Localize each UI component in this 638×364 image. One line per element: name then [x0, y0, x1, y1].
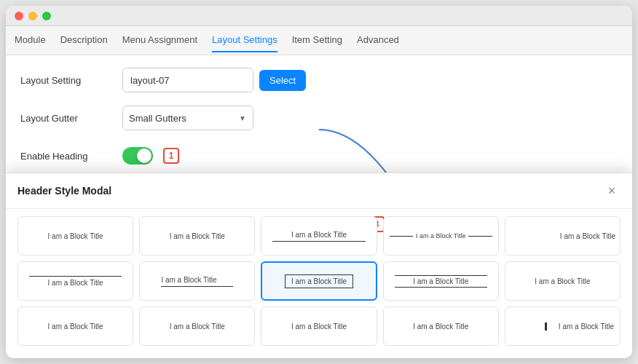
tab-item-setting[interactable]: Item Setting: [292, 28, 342, 52]
style-card-1-4[interactable]: I am a Block Title: [383, 216, 499, 256]
style-card-title: I am a Block Title: [395, 275, 487, 288]
tab-advanced[interactable]: Advanced: [357, 28, 399, 52]
modal-body: 3 I am a Block Title I am a Block Title …: [6, 209, 632, 358]
layout-setting-label: Layout Setting: [20, 75, 122, 86]
style-card-title: I am a Block Title: [285, 274, 353, 288]
layout-gutter-dropdown-wrapper: Small Gutters Medium Gutters Large Gutte…: [122, 106, 253, 130]
style-row-3: I am a Block Title I am a Block Title I …: [17, 306, 621, 346]
style-row-1: I am a Block Title I am a Block Title I …: [17, 216, 621, 256]
enable-heading-label: Enable Heading: [20, 151, 122, 162]
style-card-2-3[interactable]: I am a Block Title: [261, 261, 377, 301]
style-card-title: I am a Block Title: [535, 277, 590, 285]
line-right: [468, 236, 492, 237]
style-card-title: I am a Block Title: [272, 231, 365, 242]
style-row-2: I am a Block Title I am a Block Title I …: [17, 261, 621, 301]
style-card-title: I am a Block Title: [170, 232, 225, 240]
style-card-title: I am a Block Title: [413, 323, 468, 331]
minimize-dot[interactable]: [28, 12, 37, 20]
style-card-1-2[interactable]: I am a Block Title: [139, 216, 255, 256]
style-card-title: I am a Block Title: [291, 323, 347, 331]
layout-setting-row: Layout Setting Select: [20, 67, 618, 93]
tab-bar: Module Description Menu Assignment Layou…: [6, 26, 632, 55]
style-card-1-1[interactable]: I am a Block Title: [17, 216, 133, 256]
style-card-3-2[interactable]: I am a Block Title: [139, 306, 255, 346]
layout-gutter-row: Layout Gutter Small Gutters Medium Gutte…: [20, 105, 618, 131]
tab-description[interactable]: Description: [60, 28, 108, 52]
header-style-modal: Header Style Modal × 3 I am a Block Titl…: [6, 173, 632, 358]
tab-module[interactable]: Module: [15, 28, 46, 52]
style-card-title: I am a Block Title: [170, 323, 225, 331]
enable-heading-control: 1: [122, 147, 179, 165]
title-bar: [6, 6, 632, 26]
style-card-title: I am a Block Title: [48, 323, 103, 331]
line-left: [390, 236, 413, 237]
layout-setting-input[interactable]: [122, 68, 253, 92]
line-side-wrapper: I am a Block Title: [390, 232, 492, 240]
style-card-2-2[interactable]: I am a Block Title: [139, 261, 255, 301]
style-card-2-4[interactable]: I am a Block Title: [383, 261, 499, 301]
style-card-1-3[interactable]: I am a Block Title: [261, 216, 377, 256]
style-card-2-5[interactable]: I am a Block Title: [505, 261, 621, 301]
style-card-title: I am a Block Title: [48, 232, 103, 240]
modal-close-button[interactable]: ×: [603, 182, 621, 199]
tab-menu-assignment[interactable]: Menu Assignment: [122, 28, 197, 52]
style-card-3-1[interactable]: I am a Block Title: [17, 306, 133, 346]
layout-gutter-select[interactable]: Small Gutters Medium Gutters Large Gutte…: [122, 106, 253, 130]
style-card-title: I am a Block Title: [545, 323, 614, 331]
layout-gutter-label: Layout Gutter: [20, 113, 122, 124]
layout-gutter-control: Small Gutters Medium Gutters Large Gutte…: [122, 106, 253, 130]
style-card-2-1[interactable]: I am a Block Title: [17, 261, 133, 301]
maximize-dot[interactable]: [42, 12, 51, 20]
style-card-title: I am a Block Title: [161, 276, 233, 287]
style-card-title: I am a Block Title: [560, 232, 615, 240]
style-card-3-3[interactable]: I am a Block Title: [261, 306, 377, 346]
app-window: Module Description Menu Assignment Layou…: [6, 6, 632, 358]
toggle-knob: [137, 149, 151, 163]
style-card-1-5[interactable]: I am a Block Title: [505, 216, 621, 256]
style-card-title: I am a Block Title: [416, 232, 466, 240]
style-card-title: I am a Block Title: [29, 276, 122, 287]
tab-layout-settings[interactable]: Layout Settings: [212, 28, 277, 52]
enable-heading-toggle[interactable]: [122, 147, 153, 165]
layout-setting-select-button[interactable]: Select: [259, 70, 306, 91]
close-dot[interactable]: [15, 12, 23, 20]
enable-heading-row: Enable Heading 1: [20, 143, 618, 169]
modal-title: Header Style Modal: [17, 185, 111, 197]
modal-header: Header Style Modal ×: [6, 173, 632, 209]
annotation-1: 1: [163, 148, 179, 164]
style-card-3-4[interactable]: I am a Block Title: [383, 306, 499, 346]
style-card-3-5[interactable]: I am a Block Title: [505, 306, 621, 346]
layout-setting-control: Select: [122, 68, 306, 92]
